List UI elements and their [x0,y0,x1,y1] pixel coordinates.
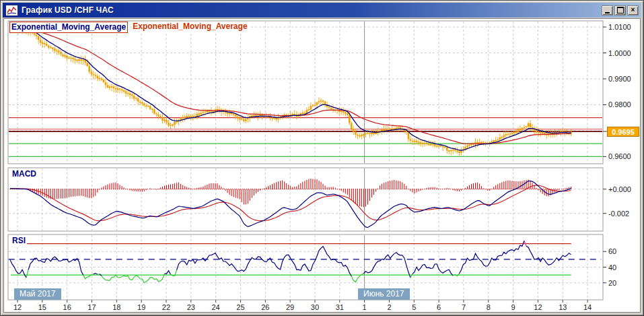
rsi-ytick-60: 60 [608,247,641,256]
price-ytick-0.9800: 0.9800 [608,100,641,109]
date-label-2: 16 [59,303,76,311]
ema-slow-label: Exponential_Moving_Average [131,22,248,33]
date-label-8: 24 [207,303,225,311]
date-label-19: 8 [480,303,497,311]
month-label-may: Май 2017 [14,288,61,300]
close-button[interactable]: × [627,5,639,15]
minimize-icon [605,12,610,13]
client-area [3,18,641,313]
rsi-label: RSI [11,236,27,245]
date-label-17: 6 [430,303,448,311]
price-ytick-0.9900: 0.9900 [608,74,641,84]
date-label-10: 26 [256,303,274,311]
app-window: График USD /CHF ЧАС × Exponential_Moving… [0,0,644,316]
price-ytick-0.9600: 0.9600 [608,152,641,161]
macd-label: MACD [11,170,38,179]
date-label-16: 5 [405,303,423,311]
date-label-15: 2 [380,303,398,311]
macd-ytick--0.002: -0.002 [608,209,641,218]
maximize-button[interactable] [614,5,626,15]
maximize-icon [617,7,624,13]
ema-fast-label: Exponential_Moving_Average [9,22,128,33]
date-label-3: 17 [83,303,100,311]
date-label-6: 22 [157,303,175,311]
chart-icon [5,5,18,16]
date-label-12: 30 [306,303,324,311]
date-label-11: 29 [281,303,299,311]
macd-ytick-+0.000: +0.000 [608,185,641,194]
date-label-21: 12 [529,303,546,311]
date-label-1: 15 [34,303,51,311]
month-label-june: Июнь 2017 [358,288,410,300]
date-label-18: 7 [455,303,472,311]
date-label-4: 18 [108,303,125,311]
minimize-button[interactable] [602,5,613,15]
date-label-9: 25 [231,303,249,311]
date-label-14: 1 [356,303,373,311]
date-label-7: 23 [182,303,200,311]
date-label-22: 13 [554,303,571,311]
current-price-tag: 0.9695 [607,127,639,137]
date-label-5: 19 [133,303,150,311]
date-label-23: 14 [579,303,596,311]
price-ytick-1.0000: 1.0000 [608,49,641,58]
indicator-legend: Exponential_Moving_Average Exponential_M… [9,22,249,33]
rsi-ytick-40: 40 [608,263,641,272]
date-label-13: 31 [331,303,349,311]
window-title: График USD /CHF ЧАС [22,5,114,15]
date-label-20: 9 [505,303,522,311]
title-bar[interactable]: График USD /CHF ЧАС × [3,3,641,18]
price-ytick-1.0100: 1.0100 [608,22,641,32]
rsi-ytick-20: 20 [608,278,641,288]
date-label-0: 12 [9,303,26,311]
